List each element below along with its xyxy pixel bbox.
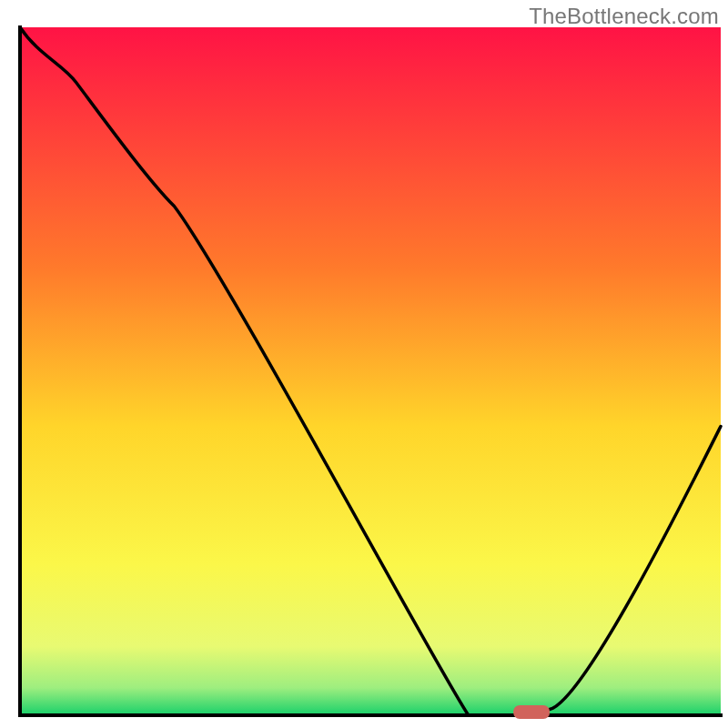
attribution-label: TheBottleneck.com <box>529 4 719 29</box>
bottleneck-chart <box>0 0 728 728</box>
chart-container: TheBottleneck.com <box>0 0 728 728</box>
plot-background <box>20 27 721 715</box>
optimal-marker <box>513 705 550 719</box>
